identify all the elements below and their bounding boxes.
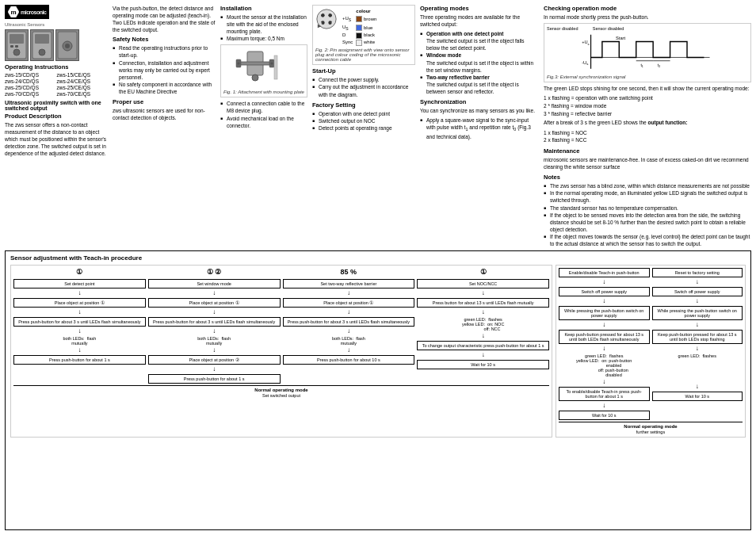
op-item-2: Window modeThe switched output is set if… xyxy=(420,52,539,73)
startup-list: Connect the power supply. Carry out the … xyxy=(312,76,415,97)
pin-row-2-label: US xyxy=(341,24,354,32)
arrow-e5: ↓ xyxy=(602,379,605,385)
color-swatch-black xyxy=(356,32,362,39)
color-header: colour xyxy=(354,8,378,15)
svg-text:+Us: +Us xyxy=(582,40,590,45)
connect-list: Connect a connection cable to the M8 dev… xyxy=(220,100,307,128)
flow-box-enable-5: To enable/disable Teach-in press push-bu… xyxy=(559,387,650,401)
teach-content: ① Set detect point ↓ Place object at pos… xyxy=(10,265,746,438)
arrow-9: ↓ xyxy=(212,366,216,373)
svg-point-19 xyxy=(271,63,273,65)
pin-table: colour +US brown US blue D black xyxy=(341,8,378,46)
flow-col-enable: Enable/disable Teach-in push-button ↓ Sw… xyxy=(559,268,650,420)
arrow-e4: ↓ xyxy=(602,346,605,352)
flow-box-1: Set detect point xyxy=(13,279,146,289)
safety-item-2: Connection, installation and adjustment … xyxy=(113,59,216,81)
svg-rect-5 xyxy=(10,45,13,48)
flow-box-enable-1: Enable/disable Teach-in push-button xyxy=(559,268,650,277)
col-mid3: 1 3 4 2 colour +US xyxy=(312,5,415,247)
svg-rect-15 xyxy=(239,62,271,65)
svg-text:-Us: -Us xyxy=(582,60,588,66)
sensor-svg-2 xyxy=(31,30,53,60)
operating-desc: Three operating modes are available for … xyxy=(420,13,539,28)
arrow-4: ↓ xyxy=(78,347,81,353)
pin-row-4-color: white xyxy=(354,39,378,46)
svg-text:4: 4 xyxy=(320,22,322,25)
svg-point-4 xyxy=(13,49,20,55)
col-operating: Operating modes Three operating modes ar… xyxy=(420,5,539,247)
note-3: The standard sensor has no temperature c… xyxy=(544,204,751,212)
break-text: After a break of 3 s the green LED shows… xyxy=(544,119,751,126)
check-desc: In normal mode shortly press the push-bu… xyxy=(544,13,751,21)
check-title: Checking operation mode xyxy=(544,5,751,12)
output-item-1: 1 x flashing = NOC xyxy=(544,129,751,137)
notes-list: The zws sensor has a blind zone, within … xyxy=(544,182,751,247)
pin-diagram: 1 3 4 2 colour +US xyxy=(315,8,412,46)
model-2b: zws-24/CE/QS xyxy=(57,78,109,84)
install-list: Mount the sensor at the installation sit… xyxy=(220,13,307,42)
factory-item-2: Switched output on NOC xyxy=(312,117,415,124)
operating-list: Operation with one detect pointThe switc… xyxy=(420,30,539,95)
pin-row-1-color: brown xyxy=(354,15,378,24)
flow-box-16: To change output characteristic press pu… xyxy=(417,341,549,350)
install-item-1: Mount the sensor at the installation sit… xyxy=(220,13,307,35)
pin-row-1-label: +US xyxy=(341,15,354,24)
flow-text-reset: green LED: flashes xyxy=(678,353,716,358)
arrow-e6: ↓ xyxy=(602,403,605,409)
flow-text-4: green LED: flashesyellow LED: on: NOC of… xyxy=(462,317,505,331)
arrow-14: ↓ xyxy=(482,290,485,296)
logo-area: m microsonic xyxy=(5,5,108,19)
model-4a: zws-70/CD/QS xyxy=(5,91,56,97)
svg-point-12 xyxy=(65,44,70,48)
flow-col-3: 85 % Set two-way reflective barrier ↓ Pl… xyxy=(283,268,415,384)
graph-label-left: Sensor disabled Sensor disabled xyxy=(547,26,748,31)
product-desc-title: Product Description xyxy=(5,113,108,120)
model-4b: zws-70/CE/QS xyxy=(57,91,109,97)
safety-item-3: No safety component in accordance with t… xyxy=(113,81,216,95)
arrow-16: ↓ xyxy=(482,333,485,339)
startup-item-2: Carry out the adjustment in accordance w… xyxy=(312,83,415,97)
logo-icon: m xyxy=(8,6,19,17)
brand-subtitle: Ultrasonic Sensors xyxy=(5,22,108,27)
product-subtitle: Ultrasonic proximity switch with one swi… xyxy=(5,100,108,111)
sensor-disabled-left: Sensor disabled xyxy=(547,26,578,31)
flow-box-5: Set window mode xyxy=(148,279,281,289)
flow-box-enable-3: While pressing the push-button switch on… xyxy=(559,306,650,320)
flow-col-reset: Reset to factory setting ↓ Switch off po… xyxy=(652,268,743,420)
factory-item-1: Operation with one detect point xyxy=(312,110,415,117)
svg-text:2: 2 xyxy=(330,22,332,25)
arrow-r5: ↓ xyxy=(696,384,699,390)
step-circle-1: ① xyxy=(76,268,82,276)
flow-subfooter-left: Set switched output xyxy=(13,393,549,398)
pin-svg: 1 3 4 2 xyxy=(315,8,338,30)
arrow-12: ↓ xyxy=(347,328,350,334)
flow-col-4: ① Set NOC/NCC ↓ Press button for about 1… xyxy=(417,268,549,384)
sync-desc: You can synchronize as many sensors as y… xyxy=(420,107,539,114)
teach-title: Sensor adjustment with Teach-in procedur… xyxy=(10,254,746,262)
operating-title: Operating modes xyxy=(420,5,539,12)
arrow-r3: ↓ xyxy=(696,322,699,328)
arrow-17: ↓ xyxy=(482,352,485,358)
top-section: m microsonic Ultrasonic Sensors xyxy=(5,5,751,247)
flow-box-enable-2: Switch off power supply xyxy=(559,287,650,296)
teach-left: ① Set detect point ↓ Place object at pos… xyxy=(10,265,552,438)
brand-name: microsonic xyxy=(21,10,46,15)
flash-item-3: 3 * flashing = reflective barrier xyxy=(544,110,751,118)
flow-box-17: Wait for 10 s xyxy=(417,360,549,369)
page: m microsonic Ultrasonic Sensors xyxy=(0,0,756,535)
pushbutton-text: Via the push-button, the detect distance… xyxy=(113,5,216,33)
flash-item-1: 1 x flashing = operation with one switch… xyxy=(544,94,751,102)
flow-text-enable: green LED: flashesyellow LED: on: push-b… xyxy=(576,353,632,377)
note-1: The zws sensor has a blind zone, within … xyxy=(544,182,751,189)
flow-box-enable-6: Wait for 10 s xyxy=(559,411,650,420)
arrow-r1: ↓ xyxy=(696,279,699,285)
sync-title: Synchronization xyxy=(420,98,539,105)
flow-diagrams-right: Enable/disable Teach-in push-button ↓ Sw… xyxy=(559,268,743,420)
svg-rect-8 xyxy=(35,34,49,44)
install-title: Installation xyxy=(220,5,307,12)
svg-point-18 xyxy=(238,63,240,65)
arrow-11: ↓ xyxy=(347,309,350,315)
flow-col-1: ① Set detect point ↓ Place object at pos… xyxy=(13,268,146,384)
flashing-list: 1 x flashing = operation with one switch… xyxy=(544,94,751,117)
pin-row-4-label: Sync xyxy=(341,39,354,46)
